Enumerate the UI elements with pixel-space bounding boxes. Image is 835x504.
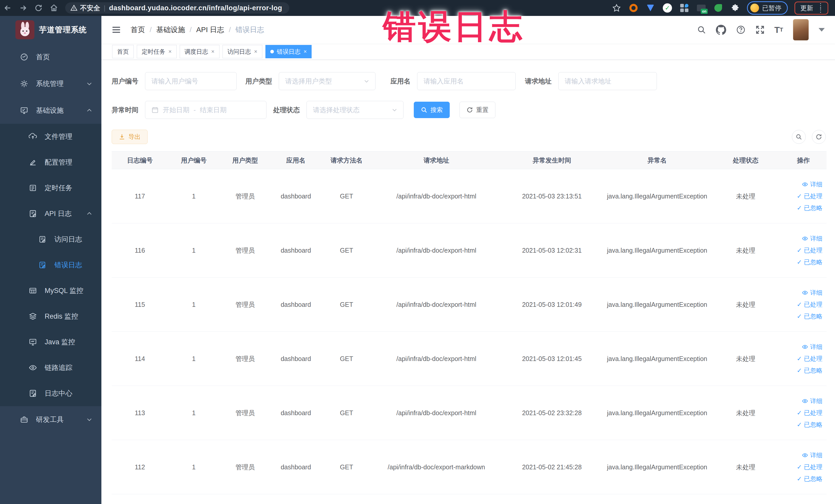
sidebar-item-api-log[interactable]: API 日志 xyxy=(0,201,101,226)
sidebar-item-trace[interactable]: 链路追踪 xyxy=(0,355,101,381)
search-button-label: 搜索 xyxy=(430,106,443,114)
extension-blue-pin-icon[interactable] xyxy=(645,3,656,13)
sidebar-item-scheduled-task[interactable]: 定时任务 xyxy=(0,175,101,201)
request-url-input[interactable] xyxy=(558,72,657,90)
edit-icon xyxy=(29,158,38,166)
extension-plant-icon[interactable] xyxy=(713,3,724,13)
cell-log-id: 115 xyxy=(111,301,168,308)
user-id-input[interactable] xyxy=(145,72,237,90)
browser-menu-kebab-icon[interactable]: ⋮⋮ xyxy=(817,4,824,12)
mark-ignored-link[interactable]: ✓已忽略 xyxy=(797,421,822,429)
exception-time-range-input[interactable]: 开始日期 - 结束日期 xyxy=(145,101,266,119)
extension-grid-icon[interactable] xyxy=(679,3,690,13)
github-icon[interactable] xyxy=(716,25,726,35)
profile-paused-pill[interactable]: 已暂停 xyxy=(747,1,788,15)
user-type-select[interactable] xyxy=(279,72,375,90)
extension-on-badge-icon[interactable]: on xyxy=(696,3,707,13)
extension-orange-icon[interactable] xyxy=(628,3,639,13)
log-icon xyxy=(39,236,47,243)
export-button[interactable]: 导出 xyxy=(111,130,148,144)
bookmark-star-icon[interactable] xyxy=(611,3,622,13)
tab-access-log[interactable]: 访问日志× xyxy=(223,45,262,58)
fullscreen-icon[interactable] xyxy=(755,25,765,35)
breadcrumb-infra[interactable]: 基础设施 xyxy=(156,25,185,35)
browser-update-button[interactable]: 更新 ⋮⋮ xyxy=(794,2,828,15)
tab-error-log[interactable]: 错误日志× xyxy=(265,45,312,58)
tab-close-icon[interactable]: × xyxy=(304,48,307,55)
user-avatar[interactable] xyxy=(793,19,809,41)
detail-link[interactable]: 详细 xyxy=(802,451,822,459)
mark-processed-link[interactable]: ✓已处理 xyxy=(797,300,822,309)
browser-forward-icon[interactable] xyxy=(15,0,31,16)
toggle-search-button[interactable] xyxy=(792,130,806,144)
process-status-field[interactable] xyxy=(313,106,397,114)
sidebar-item-error-log[interactable]: 错误日志 xyxy=(0,252,101,278)
user-type-field[interactable] xyxy=(285,77,369,85)
process-status-select[interactable] xyxy=(306,101,404,119)
processed-label: 已处理 xyxy=(804,246,822,255)
search-button[interactable]: 搜索 xyxy=(414,102,450,118)
sidebar-item-access-log[interactable]: 访问日志 xyxy=(0,226,101,252)
mark-ignored-link[interactable]: ✓已忽略 xyxy=(797,475,822,483)
sidebar-item-file-manage[interactable]: 文件管理 xyxy=(0,124,101,149)
sidebar-item-dev-tools[interactable]: 研发工具 xyxy=(0,406,101,433)
detail-link[interactable]: 详细 xyxy=(802,235,822,243)
hamburger-icon[interactable] xyxy=(111,25,121,35)
mark-processed-link[interactable]: ✓已处理 xyxy=(797,246,822,255)
page-content: 用户编号 用户类型 应用名 请求地址 xyxy=(101,60,835,504)
mark-ignored-link[interactable]: ✓已忽略 xyxy=(797,312,822,320)
mark-ignored-link[interactable]: ✓已忽略 xyxy=(797,258,822,266)
security-warning[interactable]: 不安全 xyxy=(70,4,100,13)
breadcrumb-api-log[interactable]: API 日志 xyxy=(196,25,224,35)
tab-scheduled-task[interactable]: 定时任务× xyxy=(137,45,177,58)
cell-user-id: 1 xyxy=(168,409,220,417)
extension-green-check-icon[interactable]: ✓ xyxy=(662,3,673,13)
mark-processed-link[interactable]: ✓已处理 xyxy=(797,192,822,200)
app-name-input[interactable] xyxy=(417,72,516,90)
sidebar-item-log-center[interactable]: 日志中心 xyxy=(0,381,101,406)
ignored-label: 已忽略 xyxy=(804,366,822,375)
extensions-puzzle-icon[interactable] xyxy=(730,3,740,13)
sidebar-item-system[interactable]: 系统管理 xyxy=(0,70,101,97)
cell-exception-time: 2021-05-02 23:32:28 xyxy=(501,409,603,417)
mark-ignored-link[interactable]: ✓已忽略 xyxy=(797,366,822,375)
sidebar-logo[interactable]: 芋道管理系统 xyxy=(0,16,101,44)
sidebar-item-config-manage[interactable]: 配置管理 xyxy=(0,149,101,175)
date-range-separator: - xyxy=(194,106,196,114)
browser-reload-icon[interactable] xyxy=(31,0,46,16)
sidebar-item-redis-monitor[interactable]: Redis 监控 xyxy=(0,303,101,329)
refresh-table-button[interactable] xyxy=(812,130,826,144)
detail-link[interactable]: 详细 xyxy=(802,397,822,405)
tab-close-icon[interactable]: × xyxy=(211,48,215,55)
user-menu-caret-icon[interactable] xyxy=(819,28,825,32)
sidebar-item-home[interactable]: 首页 xyxy=(0,44,101,70)
help-icon[interactable] xyxy=(736,25,746,35)
reset-button[interactable]: 重置 xyxy=(460,102,495,118)
detail-link[interactable]: 详细 xyxy=(802,288,822,297)
browser-home-icon[interactable] xyxy=(46,0,62,16)
mark-processed-link[interactable]: ✓已处理 xyxy=(797,409,822,417)
font-size-icon[interactable]: TT xyxy=(774,25,783,35)
tab-home[interactable]: 首页 xyxy=(112,45,134,58)
sidebar-item-java-monitor[interactable]: Java 监控 xyxy=(0,329,101,355)
tab-close-icon[interactable]: × xyxy=(254,48,258,55)
app-name-field[interactable] xyxy=(424,77,509,85)
cell-status: 未处理 xyxy=(711,300,780,309)
mark-ignored-link[interactable]: ✓已忽略 xyxy=(797,204,822,212)
mark-processed-link[interactable]: ✓已处理 xyxy=(797,355,822,363)
header-search-icon[interactable] xyxy=(697,25,706,35)
sidebar-item-label: 日志中心 xyxy=(45,389,73,398)
tab-close-icon[interactable]: × xyxy=(168,48,172,55)
browser-back-icon[interactable] xyxy=(0,0,15,16)
sidebar-item-infra[interactable]: 基础设施 xyxy=(0,97,101,124)
user-id-field[interactable] xyxy=(151,77,230,85)
check-icon: ✓ xyxy=(797,193,802,200)
sidebar-item-mysql-monitor[interactable]: MySQL 监控 xyxy=(0,278,101,303)
mark-processed-link[interactable]: ✓已处理 xyxy=(797,463,822,471)
detail-link[interactable]: 详细 xyxy=(802,180,822,188)
address-bar[interactable]: 不安全 | dashboard.yudao.iocoder.cn/infra/l… xyxy=(65,2,289,14)
breadcrumb-home[interactable]: 首页 xyxy=(131,25,145,35)
tab-schedule-log[interactable]: 调度日志× xyxy=(180,45,220,58)
request-url-field[interactable] xyxy=(565,77,650,85)
detail-link[interactable]: 详细 xyxy=(802,343,822,351)
